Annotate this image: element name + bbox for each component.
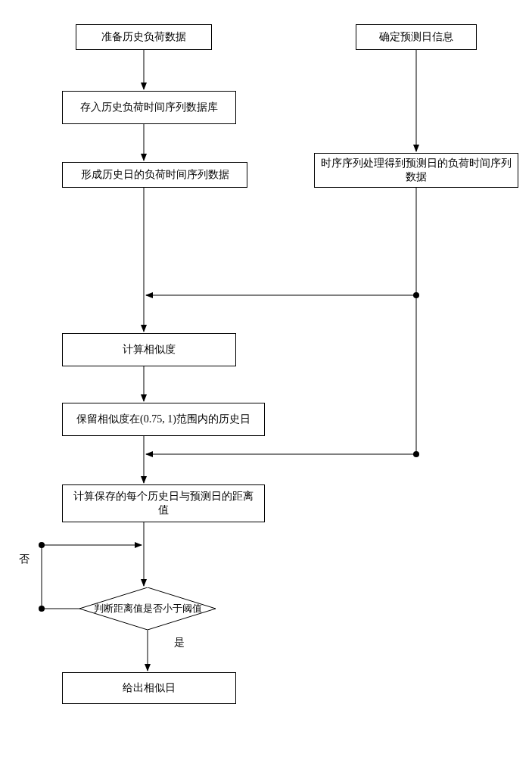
box-text: 计算保存的每个历史日与预测日的距离值 <box>69 490 258 517</box>
box-text: 存入历史负荷时间序列数据库 <box>80 101 218 114</box>
box-calc-distance: 计算保存的每个历史日与预测日的距离值 <box>62 484 265 522</box>
box-text: 形成历史日的负荷时间序列数据 <box>81 168 229 182</box>
svg-point-19 <box>39 542 45 548</box>
box-form-history-series: 形成历史日的负荷时间序列数据 <box>62 162 247 188</box>
box-output: 给出相似日 <box>62 672 236 704</box>
box-text: 给出相似日 <box>123 681 176 695</box>
svg-point-8 <box>413 292 419 298</box>
box-text: 计算相似度 <box>123 343 176 357</box>
svg-point-12 <box>413 451 419 457</box>
decision-text: 判断距离值是否小于阈值 <box>94 602 202 615</box>
box-keep-range: 保留相似度在(0.75, 1)范围内的历史日 <box>62 403 265 436</box>
box-text: 时序序列处理得到预测日的负荷时间序列数据 <box>321 157 512 184</box>
label-no: 否 <box>19 553 30 566</box>
label-yes: 是 <box>174 636 185 650</box>
decision-diamond: 判断距离值是否小于阈值 <box>79 587 216 630</box>
box-calc-similarity: 计算相似度 <box>62 333 236 366</box>
box-text: 准备历史负荷数据 <box>101 30 186 44</box>
box-text: 保留相似度在(0.75, 1)范围内的历史日 <box>76 413 250 426</box>
box-prepare-history: 准备历史负荷数据 <box>76 24 212 50</box>
box-store-db: 存入历史负荷时间序列数据库 <box>62 91 236 124</box>
box-determine-forecast: 确定预测日信息 <box>356 24 477 50</box>
svg-point-17 <box>39 606 45 612</box>
box-process-forecast-series: 时序序列处理得到预测日的负荷时间序列数据 <box>314 153 518 188</box>
box-text: 确定预测日信息 <box>379 30 453 44</box>
